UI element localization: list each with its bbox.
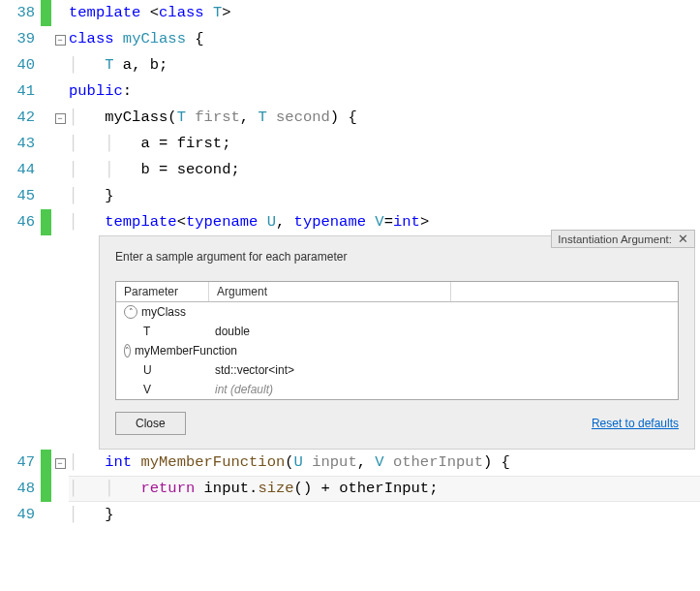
popup-title: Instantiation Argument: (558, 233, 672, 245)
code-line: 44 │ │ b = second; (0, 157, 700, 183)
param-row[interactable]: V int (default) (116, 380, 678, 399)
outline-gutter (51, 0, 69, 26)
grid-header: Parameter Argument (116, 282, 678, 302)
code-line: 47 − │ int myMemberFunction(U input, V o… (0, 450, 700, 476)
code-editor[interactable]: 38 template <class T> 39 − class myClass… (0, 0, 700, 528)
change-marker (41, 0, 51, 26)
close-icon[interactable]: ✕ (678, 233, 688, 245)
line-number: 48 (0, 476, 41, 502)
chevron-up-icon[interactable]: ˄ (124, 344, 131, 358)
param-name: V (122, 383, 215, 396)
code-line: 43 │ │ a = first; (0, 131, 700, 157)
fold-toggle[interactable]: − (51, 26, 69, 52)
line-number: 49 (0, 502, 41, 528)
line-number: 47 (0, 450, 41, 476)
code-line: 41 public: (0, 78, 700, 105)
code-line: 38 template <class T> (0, 0, 700, 26)
param-row[interactable]: T double (116, 322, 678, 341)
code-line: 40 │ T a, b; (0, 52, 700, 78)
change-marker (41, 209, 51, 235)
line-number: 38 (0, 0, 41, 26)
col-parameter: Parameter (116, 282, 209, 301)
close-button[interactable]: Close (115, 412, 186, 435)
code-line: 49 │ } (0, 502, 700, 528)
code-text: template <class T> (69, 0, 700, 26)
code-line: 45 │ } (0, 183, 700, 209)
param-arg[interactable]: double (215, 325, 672, 338)
group-row[interactable]: ˄myClass (116, 302, 678, 322)
reset-link[interactable]: Reset to defaults (592, 417, 679, 430)
line-number: 40 (0, 52, 41, 78)
col-argument: Argument (209, 282, 451, 301)
instantiation-popup: Instantiation Argument: ✕ Enter a sample… (99, 235, 695, 450)
code-line: 42 − │ myClass(T first, T second) { (0, 105, 700, 131)
param-name: T (122, 325, 215, 338)
group-row[interactable]: ˄myMemberFunction (116, 341, 678, 360)
param-arg[interactable]: std::vector<int> (215, 363, 672, 377)
line-number: 41 (0, 78, 41, 105)
line-number: 39 (0, 26, 41, 52)
change-marker (41, 476, 51, 502)
popup-title-bar: Instantiation Argument: ✕ (551, 230, 695, 248)
param-name: U (122, 363, 215, 377)
fold-toggle[interactable]: − (51, 450, 69, 476)
change-marker (41, 450, 51, 476)
param-arg[interactable]: int (default) (215, 383, 672, 396)
line-number: 46 (0, 209, 41, 235)
param-row[interactable]: U std::vector<int> (116, 360, 678, 380)
line-number: 42 (0, 105, 41, 131)
code-line: 39 − class myClass { (0, 26, 700, 52)
fold-toggle[interactable]: − (51, 105, 69, 131)
line-number: 44 (0, 157, 41, 183)
code-line-current: 48 │ │ return input.size() + otherInput; (0, 476, 700, 502)
line-number: 43 (0, 131, 41, 157)
line-number: 45 (0, 183, 41, 209)
popup-instruction: Enter a sample argument for each paramet… (115, 250, 679, 264)
argument-grid[interactable]: Parameter Argument ˄myClass T double ˄my… (115, 281, 679, 400)
chevron-up-icon[interactable]: ˄ (124, 305, 137, 319)
